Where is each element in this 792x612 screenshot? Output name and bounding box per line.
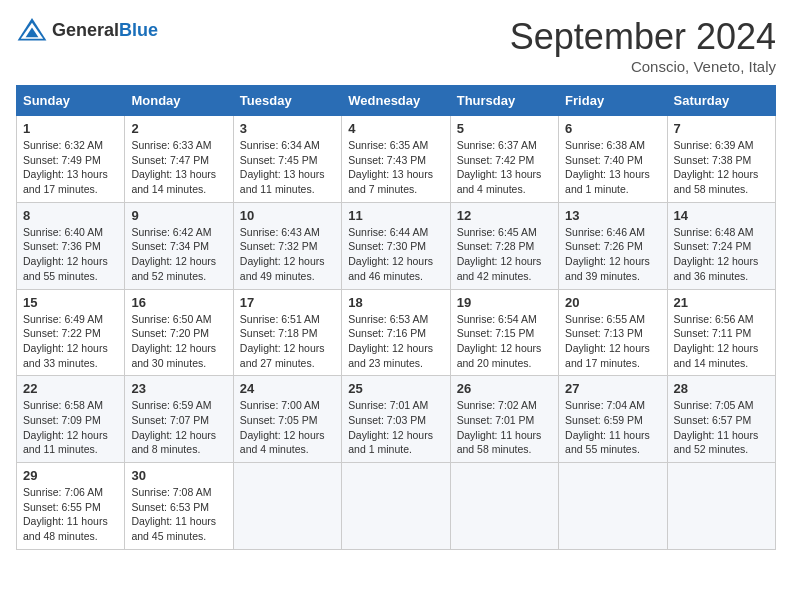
cell-details: Sunrise: 7:01 AMSunset: 7:03 PMDaylight:… (348, 398, 443, 457)
cell-details: Sunrise: 7:06 AMSunset: 6:55 PMDaylight:… (23, 485, 118, 544)
calendar-day-header: Thursday (450, 86, 558, 116)
calendar-cell: 30Sunrise: 7:08 AMSunset: 6:53 PMDayligh… (125, 463, 233, 550)
cell-details: Sunrise: 6:58 AMSunset: 7:09 PMDaylight:… (23, 398, 118, 457)
calendar-cell: 20Sunrise: 6:55 AMSunset: 7:13 PMDayligh… (559, 289, 667, 376)
calendar-cell: 8Sunrise: 6:40 AMSunset: 7:36 PMDaylight… (17, 202, 125, 289)
day-number: 19 (457, 295, 552, 310)
cell-details: Sunrise: 6:34 AMSunset: 7:45 PMDaylight:… (240, 138, 335, 197)
cell-details: Sunrise: 6:43 AMSunset: 7:32 PMDaylight:… (240, 225, 335, 284)
calendar-cell: 27Sunrise: 7:04 AMSunset: 6:59 PMDayligh… (559, 376, 667, 463)
calendar-day-header: Saturday (667, 86, 775, 116)
day-number: 4 (348, 121, 443, 136)
day-number: 27 (565, 381, 660, 396)
calendar-cell: 15Sunrise: 6:49 AMSunset: 7:22 PMDayligh… (17, 289, 125, 376)
cell-details: Sunrise: 6:45 AMSunset: 7:28 PMDaylight:… (457, 225, 552, 284)
day-number: 29 (23, 468, 118, 483)
cell-details: Sunrise: 7:04 AMSunset: 6:59 PMDaylight:… (565, 398, 660, 457)
day-number: 7 (674, 121, 769, 136)
calendar-cell: 2Sunrise: 6:33 AMSunset: 7:47 PMDaylight… (125, 116, 233, 203)
day-number: 8 (23, 208, 118, 223)
day-number: 21 (674, 295, 769, 310)
cell-details: Sunrise: 7:00 AMSunset: 7:05 PMDaylight:… (240, 398, 335, 457)
calendar-cell: 10Sunrise: 6:43 AMSunset: 7:32 PMDayligh… (233, 202, 341, 289)
calendar-day-header: Sunday (17, 86, 125, 116)
calendar-header-row: SundayMondayTuesdayWednesdayThursdayFrid… (17, 86, 776, 116)
cell-details: Sunrise: 6:48 AMSunset: 7:24 PMDaylight:… (674, 225, 769, 284)
day-number: 28 (674, 381, 769, 396)
calendar-cell: 4Sunrise: 6:35 AMSunset: 7:43 PMDaylight… (342, 116, 450, 203)
calendar-cell (450, 463, 558, 550)
day-number: 13 (565, 208, 660, 223)
cell-details: Sunrise: 6:32 AMSunset: 7:49 PMDaylight:… (23, 138, 118, 197)
calendar-week-row: 29Sunrise: 7:06 AMSunset: 6:55 PMDayligh… (17, 463, 776, 550)
cell-details: Sunrise: 7:02 AMSunset: 7:01 PMDaylight:… (457, 398, 552, 457)
cell-details: Sunrise: 6:37 AMSunset: 7:42 PMDaylight:… (457, 138, 552, 197)
title-area: September 2024 Conscio, Veneto, Italy (510, 16, 776, 75)
day-number: 6 (565, 121, 660, 136)
calendar-day-header: Monday (125, 86, 233, 116)
calendar-cell (559, 463, 667, 550)
cell-details: Sunrise: 6:55 AMSunset: 7:13 PMDaylight:… (565, 312, 660, 371)
calendar-cell: 21Sunrise: 6:56 AMSunset: 7:11 PMDayligh… (667, 289, 775, 376)
day-number: 24 (240, 381, 335, 396)
day-number: 15 (23, 295, 118, 310)
calendar-cell (342, 463, 450, 550)
month-title: September 2024 (510, 16, 776, 58)
calendar-cell: 11Sunrise: 6:44 AMSunset: 7:30 PMDayligh… (342, 202, 450, 289)
logo: GeneralBlue (16, 16, 158, 44)
header: GeneralBlue September 2024 Conscio, Vene… (16, 16, 776, 75)
day-number: 2 (131, 121, 226, 136)
day-number: 17 (240, 295, 335, 310)
day-number: 9 (131, 208, 226, 223)
calendar-cell: 24Sunrise: 7:00 AMSunset: 7:05 PMDayligh… (233, 376, 341, 463)
day-number: 26 (457, 381, 552, 396)
cell-details: Sunrise: 6:38 AMSunset: 7:40 PMDaylight:… (565, 138, 660, 197)
day-number: 5 (457, 121, 552, 136)
cell-details: Sunrise: 6:40 AMSunset: 7:36 PMDaylight:… (23, 225, 118, 284)
day-number: 30 (131, 468, 226, 483)
calendar-cell: 19Sunrise: 6:54 AMSunset: 7:15 PMDayligh… (450, 289, 558, 376)
cell-details: Sunrise: 6:42 AMSunset: 7:34 PMDaylight:… (131, 225, 226, 284)
calendar-day-header: Wednesday (342, 86, 450, 116)
day-number: 12 (457, 208, 552, 223)
calendar-cell: 25Sunrise: 7:01 AMSunset: 7:03 PMDayligh… (342, 376, 450, 463)
calendar-cell: 26Sunrise: 7:02 AMSunset: 7:01 PMDayligh… (450, 376, 558, 463)
cell-details: Sunrise: 6:53 AMSunset: 7:16 PMDaylight:… (348, 312, 443, 371)
calendar-cell (233, 463, 341, 550)
calendar-table: SundayMondayTuesdayWednesdayThursdayFrid… (16, 85, 776, 550)
cell-details: Sunrise: 6:35 AMSunset: 7:43 PMDaylight:… (348, 138, 443, 197)
calendar-body: 1Sunrise: 6:32 AMSunset: 7:49 PMDaylight… (17, 116, 776, 550)
calendar-day-header: Friday (559, 86, 667, 116)
cell-details: Sunrise: 6:44 AMSunset: 7:30 PMDaylight:… (348, 225, 443, 284)
calendar-cell: 23Sunrise: 6:59 AMSunset: 7:07 PMDayligh… (125, 376, 233, 463)
location-subtitle: Conscio, Veneto, Italy (510, 58, 776, 75)
calendar-cell: 7Sunrise: 6:39 AMSunset: 7:38 PMDaylight… (667, 116, 775, 203)
calendar-cell: 28Sunrise: 7:05 AMSunset: 6:57 PMDayligh… (667, 376, 775, 463)
calendar-week-row: 8Sunrise: 6:40 AMSunset: 7:36 PMDaylight… (17, 202, 776, 289)
logo-text: GeneralBlue (52, 20, 158, 41)
calendar-cell: 6Sunrise: 6:38 AMSunset: 7:40 PMDaylight… (559, 116, 667, 203)
calendar-cell: 18Sunrise: 6:53 AMSunset: 7:16 PMDayligh… (342, 289, 450, 376)
cell-details: Sunrise: 7:05 AMSunset: 6:57 PMDaylight:… (674, 398, 769, 457)
calendar-cell: 3Sunrise: 6:34 AMSunset: 7:45 PMDaylight… (233, 116, 341, 203)
day-number: 3 (240, 121, 335, 136)
logo-icon (16, 16, 48, 44)
cell-details: Sunrise: 7:08 AMSunset: 6:53 PMDaylight:… (131, 485, 226, 544)
calendar-cell: 1Sunrise: 6:32 AMSunset: 7:49 PMDaylight… (17, 116, 125, 203)
calendar-week-row: 1Sunrise: 6:32 AMSunset: 7:49 PMDaylight… (17, 116, 776, 203)
calendar-cell: 17Sunrise: 6:51 AMSunset: 7:18 PMDayligh… (233, 289, 341, 376)
cell-details: Sunrise: 6:56 AMSunset: 7:11 PMDaylight:… (674, 312, 769, 371)
cell-details: Sunrise: 6:39 AMSunset: 7:38 PMDaylight:… (674, 138, 769, 197)
day-number: 20 (565, 295, 660, 310)
calendar-week-row: 22Sunrise: 6:58 AMSunset: 7:09 PMDayligh… (17, 376, 776, 463)
calendar-cell: 16Sunrise: 6:50 AMSunset: 7:20 PMDayligh… (125, 289, 233, 376)
calendar-cell: 5Sunrise: 6:37 AMSunset: 7:42 PMDaylight… (450, 116, 558, 203)
day-number: 14 (674, 208, 769, 223)
calendar-cell: 22Sunrise: 6:58 AMSunset: 7:09 PMDayligh… (17, 376, 125, 463)
calendar-cell: 9Sunrise: 6:42 AMSunset: 7:34 PMDaylight… (125, 202, 233, 289)
day-number: 10 (240, 208, 335, 223)
calendar-day-header: Tuesday (233, 86, 341, 116)
calendar-cell: 13Sunrise: 6:46 AMSunset: 7:26 PMDayligh… (559, 202, 667, 289)
day-number: 11 (348, 208, 443, 223)
day-number: 25 (348, 381, 443, 396)
